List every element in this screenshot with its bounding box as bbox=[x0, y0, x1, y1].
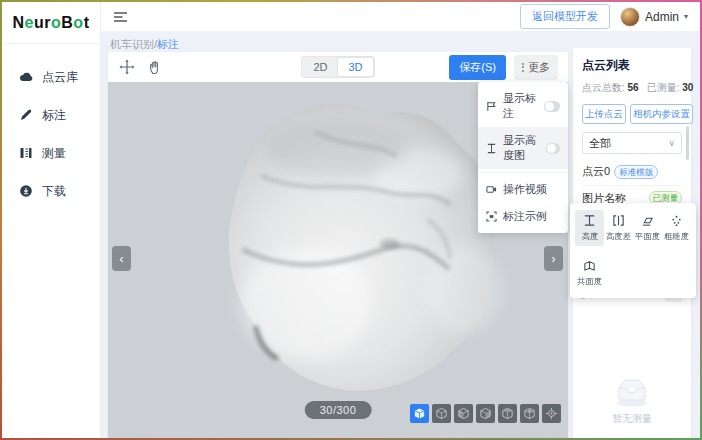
panel-title: 点云列表 bbox=[582, 57, 682, 74]
move-tool-button[interactable] bbox=[118, 59, 135, 76]
flag-icon bbox=[486, 101, 497, 112]
sidebar-item-pointcloud-library[interactable]: 点云库 bbox=[2, 58, 100, 96]
chevron-down-icon: ▾ bbox=[684, 12, 688, 21]
sidebar-item-label: 点云库 bbox=[42, 69, 78, 86]
tool-height-difference[interactable]: 高度差 bbox=[604, 210, 633, 246]
breadcrumb-parent[interactable]: 机车识别 bbox=[110, 38, 154, 50]
breadcrumb-current: 标注 bbox=[157, 38, 179, 50]
cloud-icon bbox=[19, 70, 33, 84]
menu-item-tutorial-video[interactable]: 操作视频 bbox=[478, 176, 568, 203]
sidebar-collapse-icon[interactable] bbox=[113, 9, 129, 25]
example-frame-icon bbox=[486, 211, 497, 222]
cube-front-icon[interactable] bbox=[432, 404, 451, 423]
logo-gear-o1: o bbox=[51, 14, 61, 32]
stat-measured: 已测量: 30 bbox=[647, 81, 694, 95]
upload-pointcloud-button[interactable]: 上传点云 bbox=[582, 104, 626, 124]
breadcrumb: 机车识别/标注 bbox=[110, 37, 179, 52]
filter-select[interactable]: 全部 ∨ bbox=[582, 132, 682, 154]
menu-divider bbox=[478, 172, 568, 173]
flatness-icon bbox=[641, 214, 654, 227]
template-tag: 标准模版 bbox=[614, 165, 658, 179]
more-button[interactable]: 更多 bbox=[514, 55, 558, 80]
user-menu[interactable]: Admin ▾ bbox=[620, 7, 688, 27]
stat-total: 点云总数: 56 bbox=[582, 81, 639, 95]
next-image-button[interactable]: › bbox=[544, 246, 563, 271]
locate-icon[interactable] bbox=[542, 404, 561, 423]
more-dropdown-menu: 显示标注 显示高度图 操作视频 标注示例 bbox=[478, 82, 568, 233]
filter-value: 全部 bbox=[589, 136, 611, 151]
chevron-down-icon: ∨ bbox=[668, 138, 675, 148]
tool-label: 高度差 bbox=[606, 231, 631, 243]
menu-item-label: 标注示例 bbox=[503, 209, 547, 224]
canvas-toolbar: 2D 3D 保存(S) 更多 显示标注 bbox=[108, 52, 568, 82]
app-root: NeuroBot 点云库 标注 测量 下载 bbox=[2, 2, 700, 438]
sidebar-item-annotate[interactable]: 标注 bbox=[2, 96, 100, 134]
sidebar: NeuroBot 点云库 标注 测量 下载 bbox=[2, 2, 101, 438]
vertical-dots-icon bbox=[522, 63, 524, 72]
pointcloud-name: 点云0 bbox=[582, 164, 610, 179]
frame-border-left bbox=[0, 0, 2, 440]
cube-iso-icon[interactable] bbox=[410, 404, 429, 423]
cube-right-icon[interactable] bbox=[498, 404, 517, 423]
tool-coplanarity[interactable]: 共面度 bbox=[575, 255, 604, 291]
canvas-card: 2D 3D 保存(S) 更多 显示标注 bbox=[108, 52, 568, 438]
coplanarity-icon bbox=[583, 259, 596, 272]
show-heightmap-toggle[interactable] bbox=[546, 143, 560, 154]
cube-back-icon[interactable] bbox=[454, 404, 473, 423]
more-button-label: 更多 bbox=[528, 60, 550, 75]
tool-label: 共面度 bbox=[577, 276, 602, 288]
tool-roughness[interactable]: 粗糙度 bbox=[662, 210, 691, 246]
sidebar-item-download[interactable]: 下载 bbox=[2, 172, 100, 210]
cube-top-icon[interactable] bbox=[520, 404, 539, 423]
logo-text: B bbox=[61, 14, 73, 32]
sidebar-item-label: 测量 bbox=[42, 145, 66, 162]
image-pager: 30/300 bbox=[305, 401, 372, 419]
measure-tools-popup: 高度 高度差 平面度 粗糙度 共面度 bbox=[570, 203, 696, 298]
view-orientation-toolbar bbox=[410, 404, 561, 423]
frame-border-top bbox=[0, 0, 702, 2]
menu-item-show-annotation[interactable]: 显示标注 bbox=[478, 85, 568, 127]
height-icon bbox=[583, 214, 596, 227]
menu-item-label: 显示高度图 bbox=[503, 133, 540, 163]
save-button[interactable]: 保存(S) bbox=[449, 55, 506, 80]
tab-3d[interactable]: 3D bbox=[338, 58, 373, 76]
tool-flatness[interactable]: 平面度 bbox=[633, 210, 662, 246]
view-mode-segment: 2D 3D bbox=[301, 56, 375, 78]
camera-intrinsics-button[interactable]: 相机内参设置 bbox=[630, 104, 693, 124]
tab-2d[interactable]: 2D bbox=[303, 58, 338, 76]
topbar-right: 返回模型开发 Admin ▾ bbox=[520, 4, 688, 29]
roughness-icon bbox=[670, 214, 683, 227]
empty-box-icon bbox=[611, 376, 653, 408]
back-to-model-dev-button[interactable]: 返回模型开发 bbox=[520, 4, 610, 29]
username: Admin bbox=[645, 10, 679, 24]
pencil-icon bbox=[19, 108, 33, 122]
panel-stats: 点云总数: 56 已测量: 30 bbox=[582, 81, 682, 95]
panel-scrollbar[interactable] bbox=[686, 126, 689, 160]
empty-state: 暂无测量 bbox=[573, 376, 691, 426]
screenshot-frame: NeuroBot 点云库 标注 测量 下载 bbox=[0, 0, 702, 440]
sidebar-item-measure[interactable]: 测量 bbox=[2, 134, 100, 172]
empty-text: 暂无测量 bbox=[612, 412, 652, 426]
height-icon bbox=[486, 143, 497, 154]
pointcloud-item[interactable]: 点云0 标准模版 bbox=[582, 161, 682, 186]
sidebar-menu: 点云库 标注 测量 下载 bbox=[2, 44, 100, 210]
download-icon bbox=[19, 184, 33, 198]
menu-item-label: 操作视频 bbox=[503, 182, 547, 197]
logo: NeuroBot bbox=[2, 2, 100, 44]
chevron-right-icon: › bbox=[552, 252, 556, 266]
toolbar-right: 保存(S) 更多 bbox=[449, 55, 558, 80]
menu-item-annotation-example[interactable]: 标注示例 bbox=[478, 203, 568, 230]
tool-label: 粗糙度 bbox=[664, 231, 689, 243]
menu-item-label: 显示标注 bbox=[503, 91, 538, 121]
menu-item-show-heightmap[interactable]: 显示高度图 bbox=[478, 127, 568, 169]
tool-label: 平面度 bbox=[635, 231, 660, 243]
show-annotation-toggle[interactable] bbox=[544, 101, 560, 112]
logo-text: ur bbox=[34, 14, 51, 32]
tool-height[interactable]: 高度 bbox=[575, 210, 604, 246]
cube-left-icon[interactable] bbox=[476, 404, 495, 423]
logo-gear-e: e bbox=[25, 14, 34, 32]
panel-buttons: 上传点云 相机内参设置 bbox=[582, 104, 682, 124]
prev-image-button[interactable]: ‹ bbox=[112, 246, 131, 271]
logo-text: N bbox=[13, 14, 25, 32]
pan-hand-tool-button[interactable] bbox=[147, 59, 164, 76]
